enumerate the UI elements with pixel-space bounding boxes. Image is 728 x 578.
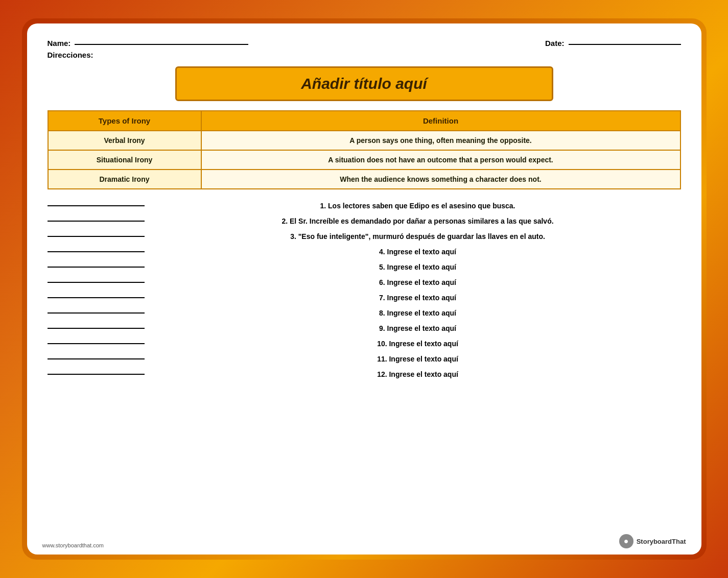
list-item: 3. "Eso fue inteligente", murmuró despué… [48, 232, 681, 240]
item-text: 9. Ingrese el texto aquí [155, 324, 681, 332]
page-title: Añadir título aquí [187, 75, 542, 92]
item-text: 2. El Sr. Increíble es demandado por dañ… [155, 217, 681, 225]
answer-line [48, 343, 145, 344]
item-text: 8. Ingrese el texto aquí [155, 309, 681, 317]
definition-cell: A situation does not have an outcome tha… [201, 150, 680, 170]
list-item: 4. Ingrese el texto aquí [48, 248, 681, 256]
footer-website: www.storyboardthat.com [42, 542, 104, 548]
list-item: 7. Ingrese el texto aquí [48, 294, 681, 302]
item-text: 12. Ingrese el texto aquí [155, 370, 681, 378]
answer-line [48, 205, 145, 206]
list-item: 11. Ingrese el texto aquí [48, 355, 681, 363]
logo-text: StoryboardThat [637, 538, 686, 545]
type-cell: Verbal Irony [48, 131, 201, 150]
answer-line [48, 297, 145, 298]
col2-header: Definition [201, 111, 680, 131]
name-label: Name: [48, 39, 71, 47]
logo-icon: ● [619, 534, 633, 548]
table-header-row: Types of Irony Definition [48, 111, 680, 131]
table-row: Verbal Irony A person says one thing, of… [48, 131, 680, 150]
answer-line [48, 267, 145, 268]
list-item: 9. Ingrese el texto aquí [48, 324, 681, 332]
name-underline [75, 44, 248, 45]
title-box: Añadir título aquí [175, 66, 553, 101]
direcciones-label: Direcciones: [48, 51, 93, 59]
date-underline [569, 44, 681, 45]
direcciones-row: Direcciones: [48, 51, 681, 59]
header-row: Name: Date: [48, 39, 681, 47]
type-cell: Situational Irony [48, 150, 201, 170]
list-item: 8. Ingrese el texto aquí [48, 309, 681, 317]
items-section: 1. Los lectores saben que Edipo es el as… [48, 202, 681, 386]
answer-line [48, 312, 145, 314]
footer-logo: ● StoryboardThat [619, 534, 686, 548]
list-item: 5. Ingrese el texto aquí [48, 263, 681, 271]
answer-line [48, 374, 145, 375]
list-item: 12. Ingrese el texto aquí [48, 370, 681, 378]
item-text: 3. "Eso fue inteligente", murmuró despué… [155, 232, 681, 240]
table-row: Dramatic Irony When the audience knows s… [48, 170, 680, 189]
table-row: Situational Irony A situation does not h… [48, 150, 680, 170]
list-item: 10. Ingrese el texto aquí [48, 340, 681, 348]
answer-line [48, 251, 145, 252]
answer-line [48, 358, 145, 359]
item-text: 4. Ingrese el texto aquí [155, 248, 681, 256]
item-text: 6. Ingrese el texto aquí [155, 278, 681, 286]
item-text: 1. Los lectores saben que Edipo es el as… [155, 202, 681, 210]
item-text: 7. Ingrese el texto aquí [155, 294, 681, 302]
type-cell: Dramatic Irony [48, 170, 201, 189]
date-field: Date: [545, 39, 681, 47]
website-label: www.storyboardthat.com [42, 542, 104, 548]
name-field: Name: [48, 39, 249, 47]
col1-header: Types of Irony [48, 111, 201, 131]
item-text: 11. Ingrese el texto aquí [155, 355, 681, 363]
item-text: 5. Ingrese el texto aquí [155, 263, 681, 271]
definition-cell: When the audience knows something a char… [201, 170, 680, 189]
item-text: 10. Ingrese el texto aquí [155, 340, 681, 348]
answer-line [48, 221, 145, 222]
irony-table: Types of Irony Definition Verbal Irony A… [48, 110, 681, 189]
definition-cell: A person says one thing, often meaning t… [201, 131, 680, 150]
answer-line [48, 236, 145, 237]
list-item: 1. Los lectores saben que Edipo es el as… [48, 202, 681, 210]
answer-line [48, 282, 145, 283]
answer-line [48, 328, 145, 329]
list-item: 2. El Sr. Increíble es demandado por dañ… [48, 217, 681, 225]
inner-card: Name: Date: Direcciones: Añadir título a… [27, 23, 701, 555]
list-item: 6. Ingrese el texto aquí [48, 278, 681, 286]
outer-border: Name: Date: Direcciones: Añadir título a… [22, 18, 707, 560]
date-label: Date: [545, 39, 565, 47]
